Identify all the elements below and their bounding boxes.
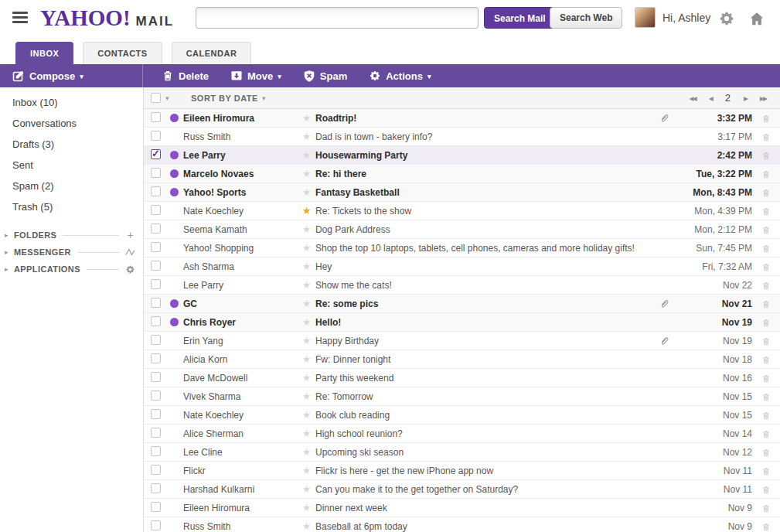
star-icon[interactable]: ★ — [298, 372, 315, 384]
email-row[interactable]: Eileen Hiromura ★ Roadtrip! 3:32 PM — [144, 109, 780, 128]
star-icon[interactable]: ★ — [298, 316, 315, 328]
sidebar-item-drafts[interactable]: Drafts (3) — [0, 134, 143, 155]
email-row[interactable]: Flickr ★ Flickr is here - get the new iP… — [144, 462, 780, 480]
row-checkbox[interactable] — [151, 205, 161, 215]
row-delete-button[interactable] — [752, 520, 780, 531]
row-checkbox[interactable] — [151, 335, 161, 345]
row-delete-button[interactable] — [752, 279, 780, 290]
star-icon[interactable]: ★ — [298, 335, 315, 346]
home-icon[interactable] — [748, 10, 765, 27]
email-row[interactable]: Lee Parry ★ Housewarming Party 2:42 PM — [144, 146, 780, 165]
row-delete-button[interactable] — [752, 242, 780, 253]
search-mail-button[interactable]: Search Mail — [484, 7, 556, 29]
sidebar-item-spam[interactable]: Spam (2) — [0, 176, 143, 196]
email-row[interactable]: Lee Cline ★ Upcoming ski season Nov 12 — [144, 443, 780, 462]
hamburger-menu-icon[interactable] — [12, 12, 28, 24]
settings-gear-icon[interactable] — [718, 10, 735, 27]
sidebar-section-applications[interactable]: ▸ APPLICATIONS — [0, 261, 143, 278]
star-icon[interactable]: ★ — [298, 409, 315, 421]
actions-button[interactable]: Actions ▾ — [369, 70, 431, 82]
email-row[interactable]: Harshad Kulkarni ★ Can you make it to th… — [144, 480, 780, 499]
sidebar-section-folders[interactable]: ▸ FOLDERS + — [0, 227, 143, 244]
star-icon[interactable]: ★ — [298, 353, 315, 365]
email-row[interactable]: Eileen Hiromura ★ Dinner next week Nov 9 — [144, 499, 780, 517]
search-input[interactable] — [196, 7, 479, 29]
row-checkbox[interactable] — [151, 428, 161, 438]
row-delete-button[interactable] — [752, 186, 780, 197]
first-page-icon[interactable]: ◂◂ — [690, 93, 696, 104]
last-page-icon[interactable]: ▸▸ — [760, 93, 766, 104]
row-checkbox[interactable] — [151, 409, 161, 419]
row-delete-button[interactable] — [752, 502, 780, 513]
star-icon[interactable]: ★ — [298, 502, 315, 513]
avatar[interactable] — [635, 7, 656, 28]
star-icon[interactable]: ★ — [298, 168, 315, 179]
sidebar-item-inbox[interactable]: Inbox (10) — [0, 92, 143, 113]
row-delete-button[interactable] — [752, 205, 780, 216]
email-row[interactable]: Alice Sherman ★ High school reunion? Nov… — [144, 425, 780, 443]
star-icon[interactable]: ★ — [298, 261, 315, 272]
row-delete-button[interactable] — [752, 316, 780, 327]
star-icon[interactable]: ★ — [298, 131, 315, 142]
star-icon[interactable]: ★ — [298, 446, 315, 458]
sidebar-item-trash[interactable]: Trash (5) — [0, 196, 143, 217]
row-delete-button[interactable] — [752, 353, 780, 364]
row-checkbox[interactable] — [151, 242, 161, 252]
star-icon[interactable]: ★ — [298, 223, 315, 235]
email-row[interactable]: GC ★ Re: some pics Nov 21 — [144, 295, 780, 313]
row-delete-button[interactable] — [752, 168, 780, 179]
expand-caret-icon[interactable]: ▸ — [5, 265, 14, 273]
star-icon[interactable]: ★ — [298, 242, 315, 254]
row-checkbox[interactable] — [151, 446, 161, 456]
row-checkbox[interactable] — [151, 223, 161, 234]
sidebar-item-conversations[interactable]: Conversations — [0, 113, 143, 134]
row-checkbox[interactable] — [151, 186, 161, 196]
move-button[interactable]: Move ▾ — [230, 70, 281, 82]
plus-icon[interactable]: + — [125, 230, 135, 240]
search-web-button[interactable]: Search Web — [550, 7, 622, 29]
row-delete-button[interactable] — [752, 390, 780, 401]
row-checkbox[interactable] — [151, 390, 161, 401]
tab-calendar[interactable]: CALENDAR — [172, 42, 252, 64]
star-icon[interactable]: ★ — [298, 205, 315, 217]
row-checkbox[interactable] — [151, 520, 161, 530]
sidebar-section-messenger[interactable]: ▸ MESSENGER — [0, 244, 143, 261]
row-checkbox[interactable] — [151, 353, 161, 363]
row-delete-button[interactable] — [752, 261, 780, 271]
row-delete-button[interactable] — [752, 335, 780, 346]
email-row[interactable]: Yahoo! Shopping ★ Shop the top 10 laptop… — [144, 239, 780, 257]
row-checkbox[interactable] — [151, 483, 161, 493]
row-delete-button[interactable] — [752, 298, 780, 309]
row-delete-button[interactable] — [752, 149, 780, 160]
star-icon[interactable]: ★ — [298, 520, 315, 532]
spam-button[interactable]: Spam — [303, 70, 347, 82]
chevron-down-icon[interactable]: ▾ — [165, 94, 179, 102]
row-delete-button[interactable] — [752, 223, 780, 234]
email-row[interactable]: Erin Yang ★ Happy Birthday Nov 19 — [144, 332, 780, 350]
star-icon[interactable]: ★ — [298, 483, 315, 495]
yahoo-mail-logo[interactable]: YAHOO! MAIL — [40, 5, 174, 31]
sort-by-date-button[interactable]: SORT BY DATE — [191, 94, 258, 103]
compose-button[interactable]: Compose ▾ — [0, 64, 143, 87]
pulse-icon[interactable] — [125, 247, 135, 257]
email-row[interactable]: Nate Koechley ★ Re: Tickets to the show … — [144, 202, 780, 220]
row-delete-button[interactable] — [752, 112, 780, 123]
gear-icon[interactable] — [125, 264, 135, 275]
row-delete-button[interactable] — [752, 465, 780, 476]
row-delete-button[interactable] — [752, 483, 780, 494]
email-row[interactable]: Vivek Sharma ★ Re: Tomorrow Nov 15 — [144, 387, 780, 406]
email-row[interactable]: Nate Koechley ★ Book club reading Nov 15 — [144, 406, 780, 425]
email-row[interactable]: Seema Kamath ★ Dog Park Address Mon, 2:1… — [144, 220, 780, 239]
row-checkbox[interactable] — [151, 149, 161, 159]
sidebar-item-sent[interactable]: Sent — [0, 155, 143, 176]
row-checkbox[interactable] — [151, 131, 161, 141]
next-page-icon[interactable]: ▸ — [744, 93, 747, 104]
email-row[interactable]: Ash Sharma ★ Hey Fri, 7:32 AM — [144, 257, 780, 276]
star-icon[interactable]: ★ — [298, 186, 315, 198]
row-checkbox[interactable] — [151, 502, 161, 512]
email-row[interactable]: Marcelo Novaes ★ Re: hi there Tue, 3:22 … — [144, 165, 780, 183]
row-delete-button[interactable] — [752, 409, 780, 420]
row-checkbox[interactable] — [151, 168, 161, 178]
row-checkbox[interactable] — [151, 298, 161, 308]
email-row[interactable]: Lee Parry ★ Show me the cats! Nov 22 — [144, 276, 780, 295]
